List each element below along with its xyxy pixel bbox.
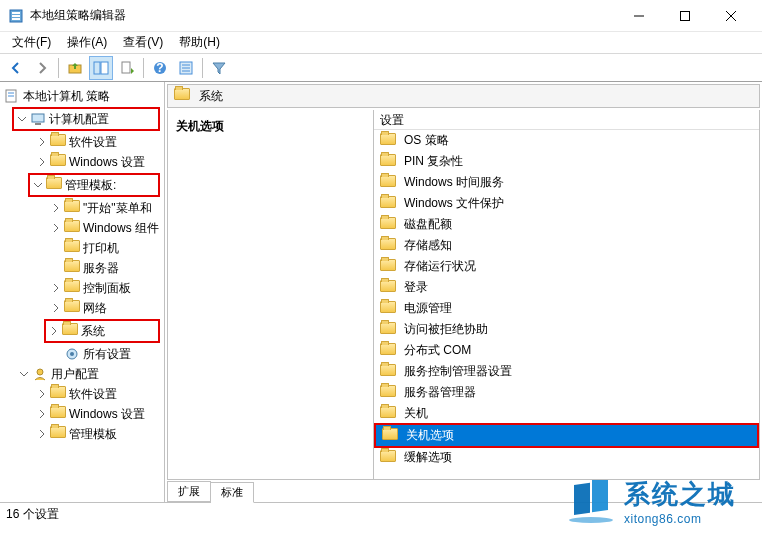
tree-label: 系统	[81, 323, 105, 340]
expander-closed-icon[interactable]	[36, 408, 48, 420]
tree-user-software[interactable]: 软件设置	[0, 384, 164, 404]
close-button[interactable]	[708, 1, 754, 31]
show-hide-tree-button[interactable]	[89, 56, 113, 80]
folder-icon	[380, 280, 396, 296]
tree-servers[interactable]: 服务器	[0, 258, 164, 278]
tree-start-menu[interactable]: "开始"菜单和	[0, 198, 164, 218]
tree-software-settings[interactable]: 软件设置	[0, 132, 164, 152]
expander-closed-icon[interactable]	[36, 136, 48, 148]
expander-closed-icon[interactable]	[50, 202, 62, 214]
list-item[interactable]: 存储感知	[374, 235, 759, 256]
properties-button[interactable]	[174, 56, 198, 80]
tree-user-windows[interactable]: Windows 设置	[0, 404, 164, 424]
list-item-label: PIN 复杂性	[404, 153, 463, 170]
maximize-button[interactable]	[662, 1, 708, 31]
expander-closed-icon[interactable]	[50, 282, 62, 294]
svg-rect-1	[12, 12, 20, 14]
svg-rect-9	[94, 62, 100, 74]
tree-system[interactable]: 系统	[46, 321, 158, 341]
settings-list[interactable]: 设置 OS 策略PIN 复杂性Windows 时间服务Windows 文件保护磁…	[374, 110, 760, 480]
menu-file[interactable]: 文件(F)	[4, 32, 59, 53]
list-item[interactable]: 存储运行状况	[374, 256, 759, 277]
list-item[interactable]: 关机选项	[376, 425, 757, 446]
nav-back-button[interactable]	[4, 56, 28, 80]
folder-icon	[380, 385, 396, 401]
tree-windows-settings[interactable]: Windows 设置	[0, 152, 164, 172]
list-item-label: 服务控制管理器设置	[404, 363, 512, 380]
help-button[interactable]: ?	[148, 56, 172, 80]
tree-admin-templates[interactable]: 管理模板:	[30, 175, 158, 195]
toolbar-separator	[143, 58, 144, 78]
up-level-button[interactable]	[63, 56, 87, 80]
toolbar: ?	[0, 54, 762, 82]
menu-view[interactable]: 查看(V)	[115, 32, 171, 53]
list-item-label: 电源管理	[404, 300, 452, 317]
titlebar: 本地组策略编辑器	[0, 0, 762, 32]
expander-closed-icon[interactable]	[48, 325, 60, 337]
list-item-label: 关机选项	[406, 427, 454, 444]
folder-icon	[380, 259, 396, 275]
list-item[interactable]: 登录	[374, 277, 759, 298]
list-item-label: 访问被拒绝协助	[404, 321, 488, 338]
tree-all-settings[interactable]: 所有设置	[0, 344, 164, 364]
tree-label: Windows 组件	[83, 220, 159, 237]
svg-rect-5	[681, 11, 690, 20]
expander-open-icon[interactable]	[18, 368, 30, 380]
tree-user-config[interactable]: 用户配置	[0, 364, 164, 384]
tree-label: 打印机	[83, 240, 119, 257]
folder-icon	[50, 154, 66, 170]
menu-help[interactable]: 帮助(H)	[171, 32, 228, 53]
column-header-settings[interactable]: 设置	[374, 110, 759, 130]
tree-printers[interactable]: 打印机	[0, 238, 164, 258]
expander-closed-icon[interactable]	[36, 156, 48, 168]
expander-closed-icon[interactable]	[36, 428, 48, 440]
list-item[interactable]: Windows 时间服务	[374, 172, 759, 193]
main-area: 本地计算机 策略 计算机配置 软件设置 Windows 设置 管理模板:	[0, 82, 762, 502]
tree-label: 计算机配置	[49, 111, 109, 128]
list-item[interactable]: OS 策略	[374, 130, 759, 151]
tree-control-panel[interactable]: 控制面板	[0, 278, 164, 298]
menu-action[interactable]: 操作(A)	[59, 32, 115, 53]
nav-forward-button[interactable]	[30, 56, 54, 80]
expander-closed-icon[interactable]	[36, 388, 48, 400]
folder-icon	[64, 280, 80, 296]
folder-icon	[64, 240, 80, 256]
list-item[interactable]: 服务器管理器	[374, 382, 759, 403]
expander-closed-icon[interactable]	[50, 222, 62, 234]
list-item[interactable]: 缓解选项	[374, 447, 759, 468]
tree-label: 软件设置	[69, 134, 117, 151]
tree-label: 本地计算机 策略	[23, 88, 110, 105]
tree-label: 软件设置	[69, 386, 117, 403]
svg-rect-11	[122, 62, 130, 73]
list-item[interactable]: 分布式 COM	[374, 340, 759, 361]
computer-icon	[30, 111, 46, 127]
tree-windows-components[interactable]: Windows 组件	[0, 218, 164, 238]
tab-standard[interactable]: 标准	[211, 482, 254, 503]
list-item[interactable]: PIN 复杂性	[374, 151, 759, 172]
list-item[interactable]: 服务控制管理器设置	[374, 361, 759, 382]
expander-open-icon[interactable]	[16, 113, 28, 125]
list-item[interactable]: 访问被拒绝协助	[374, 319, 759, 340]
breadcrumb: 系统	[167, 84, 760, 108]
export-list-button[interactable]	[115, 56, 139, 80]
minimize-button[interactable]	[616, 1, 662, 31]
tree-computer-config[interactable]: 计算机配置	[14, 109, 158, 129]
filter-button[interactable]	[207, 56, 231, 80]
tree-user-admin[interactable]: 管理模板	[0, 424, 164, 444]
list-item[interactable]: 磁盘配额	[374, 214, 759, 235]
tab-extended[interactable]: 扩展	[167, 481, 211, 502]
expander-open-icon[interactable]	[32, 179, 44, 191]
expander-closed-icon[interactable]	[50, 302, 62, 314]
list-item-label: 分布式 COM	[404, 342, 471, 359]
folder-icon	[46, 177, 62, 193]
folder-icon	[380, 217, 396, 233]
list-item[interactable]: 关机	[374, 403, 759, 424]
list-item[interactable]: 电源管理	[374, 298, 759, 319]
tree-network[interactable]: 网络	[0, 298, 164, 318]
folder-icon	[380, 343, 396, 359]
list-item[interactable]: Windows 文件保护	[374, 193, 759, 214]
tree-root[interactable]: 本地计算机 策略	[0, 86, 164, 106]
list-item-label: Windows 文件保护	[404, 195, 504, 212]
expander-spacer	[50, 348, 62, 360]
right-pane: 系统 关机选项 设置 OS 策略PIN 复杂性Windows 时间服务Windo…	[165, 82, 762, 502]
